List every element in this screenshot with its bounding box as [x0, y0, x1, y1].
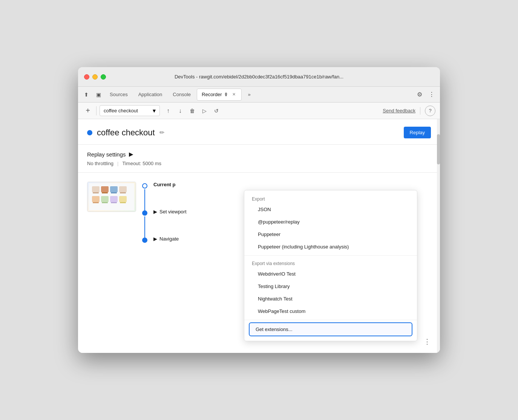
recording-status-dot — [87, 130, 92, 135]
trash-icon: 🗑 — [190, 108, 195, 114]
toolbar: + coffee checkout ▾ ↑ ↓ 🗑 ▷ ↺ Send — [78, 103, 440, 119]
svg-rect-4 — [102, 192, 108, 193]
chevron-right-icon: ▶ — [129, 151, 133, 158]
svg-rect-1 — [92, 186, 100, 192]
recording-selector[interactable]: coffee checkout ▾ — [100, 105, 160, 116]
export-puppeteer-lighthouse-item[interactable]: Puppeteer (including Lighthouse analysis… — [244, 241, 417, 253]
export-testing-library-item[interactable]: Testing Library — [244, 280, 417, 293]
svg-rect-2 — [93, 192, 99, 193]
more-tabs-icon: » — [248, 92, 250, 97]
thumbnail-placeholder — [87, 182, 136, 212]
gear-icon: ⚙ — [417, 91, 422, 98]
play-icon: ▷ — [202, 108, 207, 114]
more-icon: ⋮ — [424, 337, 431, 346]
more-options-button[interactable]: ⋮ — [426, 89, 437, 100]
tab-more[interactable]: » — [243, 89, 255, 101]
minimize-button[interactable] — [92, 74, 98, 80]
close-button[interactable] — [84, 74, 89, 80]
toolbar-divider — [96, 106, 97, 115]
panel-icon: ▣ — [96, 92, 101, 98]
settings-divider: | — [117, 161, 118, 166]
replay-settings-toggle[interactable]: Replay settings ▶ — [87, 151, 431, 158]
upload-icon: ↑ — [167, 107, 170, 114]
tab-application[interactable]: Application — [134, 89, 167, 101]
back-nav-button[interactable]: ⬆ — [81, 89, 92, 100]
set-viewport-text: Set viewport — [159, 209, 187, 215]
get-extensions-item[interactable]: Get extensions... — [249, 322, 412, 336]
devtools-window: DevTools - rawgit.com/ebidel/2d2bb0cdec3… — [78, 67, 440, 353]
current-page-label: Current p — [153, 182, 431, 187]
panel-nav-button[interactable]: ▣ — [93, 89, 104, 100]
page-thumbnail — [87, 182, 136, 212]
export-puppeteer-replay-item[interactable]: @puppeteer/replay — [244, 216, 417, 228]
help-icon: ? — [429, 108, 431, 113]
svg-rect-16 — [120, 202, 126, 203]
window-title: DevTools - rawgit.com/ebidel/2d2bb0cdec3… — [175, 74, 343, 80]
timeline-circle-top — [142, 183, 147, 189]
scrollbar[interactable] — [437, 119, 440, 353]
tab-recorder[interactable]: Recorder 🎙 ✕ — [197, 89, 242, 101]
timeline-circle-viewport — [142, 210, 147, 216]
tab-recorder-label: Recorder — [202, 92, 222, 97]
menu-separator — [244, 255, 417, 256]
delete-button[interactable]: 🗑 — [187, 106, 198, 116]
export-webpagetest-item[interactable]: WebPageTest custom — [244, 305, 417, 317]
title-bar: DevTools - rawgit.com/ebidel/2d2bb0cdec3… — [78, 67, 440, 87]
export-nightwatch-item[interactable]: Nightwatch Test — [244, 293, 417, 305]
navigate-text: Navigate — [159, 236, 179, 242]
timeline-circle-navigate — [142, 238, 147, 243]
svg-rect-5 — [110, 186, 118, 192]
tab-console-label: Console — [173, 92, 191, 97]
throttling-value: No throttling — [87, 161, 113, 166]
svg-rect-11 — [101, 196, 109, 202]
timeline-connector-viewport — [144, 216, 145, 239]
replay-settings-section: Replay settings ▶ No throttling | Timeou… — [78, 145, 440, 173]
scrollbar-thumb[interactable] — [437, 134, 440, 164]
timeline-line-start — [142, 182, 147, 212]
main-content: coffee checkout ✏ Replay Replay settings… — [78, 119, 440, 353]
tab-application-label: Application — [138, 92, 162, 97]
replay-settings-details: No throttling | Timeout: 5000 ms — [87, 161, 431, 166]
svg-rect-8 — [120, 192, 126, 193]
export-webdriverio-item[interactable]: WebdriverIO Test — [244, 268, 417, 280]
bottom-actions: ⋮ — [422, 336, 432, 347]
svg-rect-3 — [101, 186, 109, 192]
play-step-button[interactable]: ▷ — [199, 106, 210, 116]
tab-sources[interactable]: Sources — [105, 89, 132, 101]
expand-navigate-icon: ▶ — [153, 236, 157, 242]
edit-title-icon[interactable]: ✏ — [159, 129, 164, 136]
replay-all-button[interactable]: Replay — [404, 127, 431, 138]
svg-rect-13 — [110, 196, 118, 202]
toolbar-actions: ↑ ↓ 🗑 ▷ ↺ — [163, 106, 222, 116]
add-recording-button[interactable]: + — [83, 106, 93, 116]
expand-viewport-icon: ▶ — [153, 209, 157, 215]
svg-rect-15 — [119, 196, 127, 202]
send-feedback-link[interactable]: Send feedback — [383, 108, 415, 113]
export-button[interactable]: ↑ — [163, 106, 173, 116]
traffic-lights — [84, 74, 106, 80]
download-button[interactable]: ↓ — [175, 106, 185, 116]
more-actions-button[interactable]: ⋮ — [422, 336, 432, 347]
tab-console[interactable]: Console — [168, 89, 195, 101]
svg-rect-7 — [119, 186, 127, 192]
chevron-down-icon: ▾ — [153, 107, 156, 114]
timeline-connector — [144, 189, 145, 212]
recording-header: coffee checkout ✏ Replay — [78, 119, 440, 145]
tab-sources-label: Sources — [110, 92, 128, 97]
replay-all-label: Replay — [410, 130, 425, 135]
export-dropdown: Export JSON @puppeteer/replay Puppeteer … — [244, 190, 417, 341]
tab-close-recorder[interactable]: ✕ — [231, 92, 237, 98]
recorder-badge: 🎙 — [224, 92, 228, 97]
maximize-button[interactable] — [101, 74, 106, 80]
tab-bar-right: ⚙ ⋮ — [414, 89, 437, 100]
help-button[interactable]: ? — [425, 106, 435, 116]
export-json-item[interactable]: JSON — [244, 203, 417, 216]
export-puppeteer-item[interactable]: Puppeteer — [244, 228, 417, 241]
timeline-line-navigate — [142, 236, 147, 243]
replay-button[interactable]: ↺ — [211, 106, 222, 116]
svg-rect-10 — [93, 202, 99, 203]
svg-rect-14 — [111, 202, 117, 203]
settings-button[interactable]: ⚙ — [414, 89, 425, 100]
thumbnail-svg — [89, 183, 134, 210]
svg-rect-6 — [111, 192, 117, 193]
